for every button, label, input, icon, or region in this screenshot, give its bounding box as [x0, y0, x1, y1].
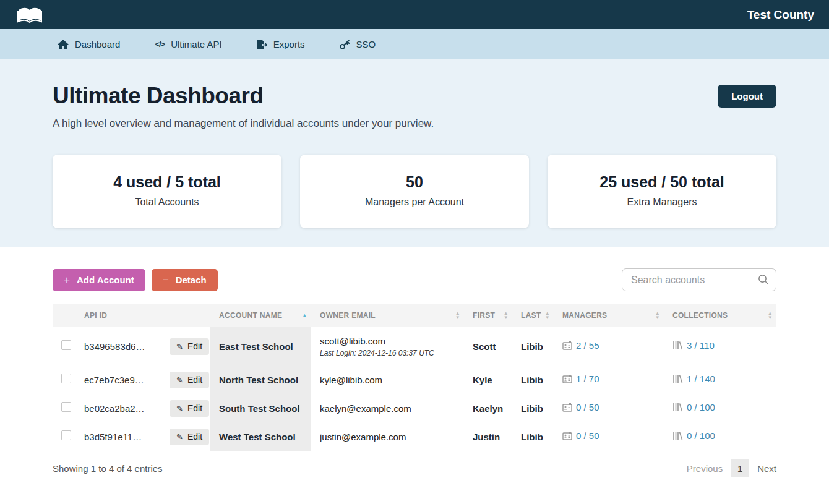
table-row: ec7eb7c3e9… ✎Edit North Test School kyle…	[53, 365, 776, 394]
row-checkbox[interactable]	[61, 430, 71, 440]
last-name-cell: Libib	[512, 365, 554, 394]
next-page-button[interactable]: Next	[757, 463, 776, 474]
header-edit-column	[161, 304, 210, 327]
table-row: b3496583d6… ✎Edit East Test School scott…	[53, 327, 776, 365]
pencil-icon: ✎	[176, 342, 183, 351]
nav-label: Ultimate API	[171, 39, 222, 49]
first-name-cell: Kaelyn	[464, 394, 512, 422]
entries-summary: Showing 1 to 4 of 4 entries	[53, 463, 163, 474]
detach-label: Detach	[176, 275, 207, 285]
column-header-collections[interactable]: COLLECTIONS▲▼	[664, 304, 776, 327]
nav-item-exports[interactable]: Exports	[257, 39, 305, 49]
open-book-icon[interactable]	[17, 7, 42, 23]
first-name-cell: Scott	[464, 327, 512, 365]
nav-item-dashboard[interactable]: Dashboard	[58, 39, 120, 49]
pencil-icon: ✎	[176, 432, 183, 442]
nav-item-ultimate-api[interactable]: </> Ultimate API	[155, 39, 221, 49]
stat-value: 25 used / 50 total	[599, 173, 724, 191]
collections-link[interactable]: 1 / 140	[672, 374, 715, 384]
add-account-label: Add Account	[77, 275, 134, 285]
managers-link[interactable]: 1 / 70	[562, 374, 599, 384]
column-header-api-id[interactable]: API ID	[75, 304, 161, 327]
stat-card-total-accounts: 4 used / 5 total Total Accounts	[53, 155, 281, 228]
row-checkbox[interactable]	[61, 374, 71, 383]
library-books-icon	[672, 403, 683, 412]
sort-icon: ▲▼	[504, 311, 509, 320]
edit-button[interactable]: ✎Edit	[170, 338, 209, 355]
managers-link[interactable]: 2 / 55	[562, 340, 599, 351]
account-name-cell: South Test School	[210, 394, 311, 422]
plus-icon: +	[64, 274, 70, 286]
nav-label: SSO	[356, 39, 376, 49]
row-checkbox[interactable]	[61, 340, 71, 350]
column-header-managers[interactable]: MANAGERS▲▼	[554, 304, 664, 327]
code-icon: </>	[155, 40, 165, 49]
stat-label: Total Accounts	[135, 197, 199, 208]
sort-ascending-icon: ▲	[302, 313, 307, 318]
search-icon	[757, 273, 770, 288]
accounts-table: API ID ACCOUNT NAME▲ OWNER EMAIL▲▼ FIRST…	[53, 304, 776, 451]
top-bar: Test County	[0, 0, 829, 29]
column-header-first[interactable]: FIRST▲▼	[464, 304, 512, 327]
edit-button[interactable]: ✎Edit	[170, 429, 209, 445]
last-name-cell: Libib	[512, 394, 554, 422]
collections-link[interactable]: 0 / 100	[672, 402, 715, 412]
owner-email-cell: kaelyn@example.com	[311, 394, 464, 422]
export-document-icon	[257, 40, 267, 49]
pencil-icon: ✎	[176, 375, 183, 385]
account-name-cell: North Test School	[210, 365, 311, 394]
previous-page-button[interactable]: Previous	[687, 463, 723, 474]
account-name-cell: East Test School	[210, 327, 311, 365]
last-login-text: Last Login: 2024-12-16 03:37 UTC	[320, 349, 460, 357]
nav-item-sso[interactable]: SSO	[340, 39, 376, 49]
minus-icon: −	[163, 274, 169, 286]
pagination: Previous 1 Next	[687, 459, 776, 477]
table-header-row: API ID ACCOUNT NAME▲ OWNER EMAIL▲▼ FIRST…	[53, 304, 776, 327]
table-row: be02ca2ba2… ✎Edit South Test School kael…	[53, 394, 776, 422]
last-name-cell: Libib	[512, 327, 554, 365]
edit-button[interactable]: ✎Edit	[170, 400, 209, 417]
header-checkbox-column	[53, 304, 75, 327]
detach-button[interactable]: − Detach	[152, 269, 218, 291]
key-icon	[340, 39, 350, 49]
column-header-last[interactable]: LAST▲▼	[512, 304, 554, 327]
sort-icon: ▲▼	[768, 311, 773, 320]
search-input[interactable]	[622, 268, 776, 291]
accounts-section: + Add Account − Detach API ID ACCOUNT NA…	[0, 247, 829, 477]
main-nav: Dashboard </> Ultimate API Exports SSO	[0, 29, 829, 59]
stat-card-managers-per-account: 50 Managers per Account	[300, 155, 529, 228]
managers-link[interactable]: 0 / 50	[562, 402, 599, 412]
owner-email-cell: justin@example.com	[311, 422, 464, 451]
column-header-owner-email[interactable]: OWNER EMAIL▲▼	[311, 304, 464, 327]
add-account-button[interactable]: + Add Account	[53, 269, 145, 291]
id-badge-icon	[562, 341, 572, 350]
library-books-icon	[672, 341, 683, 350]
collections-link[interactable]: 3 / 110	[672, 340, 715, 351]
edit-button[interactable]: ✎Edit	[170, 372, 209, 388]
page-title: Ultimate Dashboard	[53, 83, 776, 109]
row-checkbox[interactable]	[61, 402, 71, 412]
stat-card-extra-managers: 25 used / 50 total Extra Managers	[548, 155, 776, 228]
nav-label: Dashboard	[75, 39, 120, 49]
logout-button[interactable]: Logout	[718, 85, 776, 108]
owner-email-cell: kyle@libib.com	[311, 365, 464, 394]
stat-value: 50	[406, 173, 423, 191]
column-header-account-name[interactable]: ACCOUNT NAME▲	[210, 304, 311, 327]
page-subtitle: A high level overview and management of …	[53, 117, 776, 130]
managers-link[interactable]: 0 / 50	[562, 430, 599, 441]
first-name-cell: Kyle	[464, 365, 512, 394]
page-number-button[interactable]: 1	[731, 459, 749, 477]
id-badge-icon	[562, 431, 572, 440]
sort-icon: ▲▼	[455, 311, 460, 320]
first-name-cell: Justin	[464, 422, 512, 451]
stat-label: Managers per Account	[365, 197, 464, 208]
collections-link[interactable]: 0 / 100	[672, 430, 715, 441]
owner-email-cell: scott@libib.comLast Login: 2024-12-16 03…	[311, 327, 464, 365]
table-footer: Showing 1 to 4 of 4 entries Previous 1 N…	[53, 459, 776, 477]
account-brand-name: Test County	[747, 8, 814, 22]
nav-label: Exports	[273, 39, 305, 49]
stat-cards: 4 used / 5 total Total Accounts 50 Manag…	[53, 155, 776, 228]
hero-section: Ultimate Dashboard A high level overview…	[0, 59, 829, 247]
sort-icon: ▲▼	[545, 311, 550, 320]
pencil-icon: ✎	[176, 404, 183, 413]
